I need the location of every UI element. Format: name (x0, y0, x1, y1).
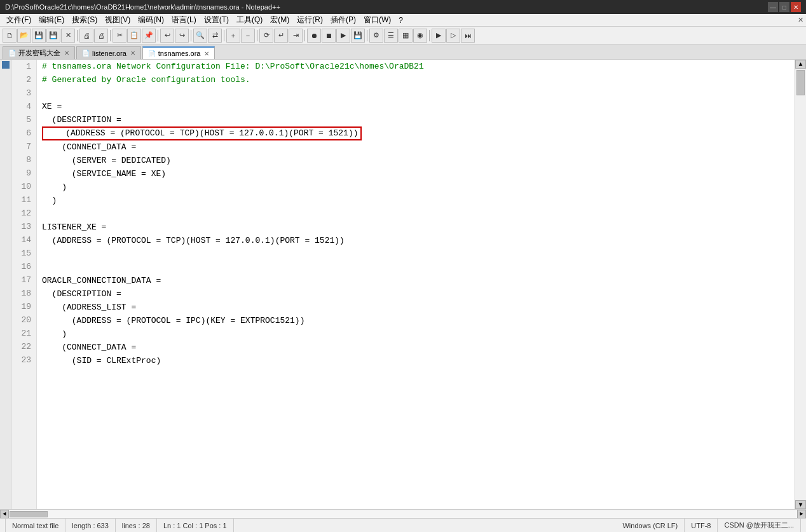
toolbar-indent[interactable]: ⇥ (289, 29, 303, 43)
status-position: Ln : 1 Col : 1 Pos : 1 (157, 519, 234, 532)
line-num-11: 11 (17, 193, 31, 207)
toolbar-run-3[interactable]: ⏭ (461, 29, 475, 43)
toolbar-macro-record[interactable]: ⏺ (307, 29, 321, 43)
right-scrollbar[interactable]: ▲ ▼ (795, 60, 806, 509)
toolbar-new[interactable]: 🗋 (3, 29, 17, 43)
toolbar-print[interactable]: 🖨 (79, 29, 93, 43)
toolbar-run-1[interactable]: ▶ (432, 29, 446, 43)
menu-edit[interactable]: 编辑(E) (35, 14, 68, 26)
line-num-21: 21 (17, 327, 31, 340)
toolbar-extra-3[interactable]: ▦ (399, 29, 413, 43)
menu-window[interactable]: 窗口(W) (360, 14, 395, 26)
line-num-4: 4 (17, 100, 31, 113)
toolbar-separator-4 (191, 30, 191, 41)
toolbar-zoom-out[interactable]: − (241, 29, 255, 43)
toolbar-extra-4[interactable]: ◉ (413, 29, 427, 43)
tab-close-listener[interactable]: ✕ (130, 50, 135, 57)
line-num-17: 17 (17, 273, 31, 287)
status-extra: CSDN @放开我王二... (718, 519, 801, 532)
toolbar-extra-2[interactable]: ☰ (384, 29, 398, 43)
toolbar-extra-1[interactable]: ⚙ (369, 29, 383, 43)
line-num-22: 22 (17, 340, 31, 353)
code-line-20: (ADDRESS = (PROTOCOL = IPC)(KEY = EXTPRO… (42, 314, 789, 327)
toolbar-save[interactable]: 💾 (32, 29, 46, 43)
scroll-left-btn[interactable]: ◄ (0, 510, 9, 519)
side-indicator: ✕ (798, 16, 803, 24)
menu-bar: 文件(F) 编辑(E) 搜索(S) 视图(V) 编码(N) 语言(L) 设置(T… (0, 14, 806, 27)
toolbar-close[interactable]: ✕ (61, 29, 75, 43)
toolbar-run-2[interactable]: ▷ (446, 29, 460, 43)
code-line-7: (CONNECT_DATA = (42, 140, 789, 154)
status-encoding: UTF-8 (685, 519, 718, 532)
toolbar-open[interactable]: 📂 (17, 29, 31, 43)
code-line-5: (DESCRIPTION = (42, 113, 789, 126)
tab-icon-listener: 📄 (82, 50, 90, 57)
editor-area: 1234567891011121314151617181920212223 # … (0, 60, 806, 509)
close-button[interactable]: ✕ (791, 2, 801, 12)
h-scroll-track[interactable] (9, 510, 797, 518)
menu-encode[interactable]: 编码(N) (134, 14, 168, 26)
toolbar-wrap[interactable]: ↵ (274, 29, 288, 43)
menu-run[interactable]: 运行(R) (293, 14, 327, 26)
toolbar-save-all[interactable]: 💾 (46, 29, 60, 43)
scroll-thumb[interactable] (796, 70, 805, 95)
tab-close-mima[interactable]: ✕ (64, 50, 69, 57)
menu-plugins[interactable]: 插件(P) (327, 14, 360, 26)
line-num-2: 2 (17, 73, 31, 86)
scroll-up-btn[interactable]: ▲ (795, 60, 806, 69)
line-num-18: 18 (17, 287, 31, 300)
menu-help[interactable]: ? (395, 15, 407, 25)
toolbar-macro-stop[interactable]: ⏹ (322, 29, 336, 43)
h-scroll-thumb[interactable] (10, 511, 48, 517)
menu-search[interactable]: 搜索(S) (68, 14, 101, 26)
line-num-1: 1 (17, 60, 31, 73)
code-line-2: # Generated by Oracle configuration tool… (42, 73, 789, 86)
status-line-endings: Windows (CR LF) (616, 519, 685, 532)
toolbar-macro-play[interactable]: ▶ (336, 29, 350, 43)
tab-icon-tnsnames: 📄 (148, 50, 156, 57)
line-num-8: 8 (17, 153, 31, 167)
toolbar-macro-save[interactable]: 💾 (351, 29, 365, 43)
menu-settings[interactable]: 设置(T) (200, 14, 233, 26)
line-numbers: 1234567891011121314151617181920212223 (11, 60, 37, 509)
code-line-4: XE = (42, 100, 789, 113)
status-bar: Normal text file length : 633 lines : 28… (0, 518, 806, 532)
menu-tools[interactable]: 工具(Q) (233, 14, 266, 26)
code-line-3 (42, 86, 789, 100)
tab-listener[interactable]: 📄 listener.ora ✕ (76, 46, 141, 59)
toolbar-find[interactable]: 🔍 (193, 29, 207, 43)
menu-language[interactable]: 语言(L) (168, 14, 200, 26)
toolbar-redo[interactable]: ↪ (175, 29, 189, 43)
toolbar-separator-2 (110, 30, 111, 41)
toolbar-replace[interactable]: ⇄ (208, 29, 222, 43)
line-num-3: 3 (17, 86, 31, 100)
code-line-1: # tnsnames.ora Network Configuration Fil… (42, 60, 789, 73)
toolbar-undo[interactable]: ↩ (160, 29, 174, 43)
tab-mima[interactable]: 📄 开发密码大全 ✕ (3, 46, 75, 59)
menu-file[interactable]: 文件(F) (3, 14, 35, 26)
line-num-7: 7 (17, 140, 31, 153)
toolbar-paste[interactable]: 📌 (142, 29, 156, 43)
tab-tnsnames[interactable]: 📄 tnsnames.ora ✕ (142, 46, 215, 59)
code-line-14: (ADDRESS = (PROTOCOL = TCP)(HOST = 127.0… (42, 234, 789, 247)
toolbar-copy[interactable]: 📋 (127, 29, 141, 43)
status-filetype: Normal text file (5, 519, 65, 532)
tab-close-tnsnames[interactable]: ✕ (204, 50, 209, 57)
toolbar-print-now[interactable]: 🖨 (94, 29, 108, 43)
line-num-6: 6 (17, 126, 31, 140)
minimize-button[interactable]: — (768, 2, 778, 12)
menu-macro[interactable]: 宏(M) (266, 14, 293, 26)
toolbar-zoom-in[interactable]: + (226, 29, 240, 43)
window-controls: — □ ✕ (768, 2, 801, 12)
scroll-down-btn[interactable]: ▼ (795, 500, 806, 509)
scroll-track[interactable] (795, 69, 806, 500)
toolbar-sync[interactable]: ⟳ (259, 29, 273, 43)
toolbar-cut[interactable]: ✂ (113, 29, 126, 43)
maximize-button[interactable]: □ (779, 2, 789, 12)
status-length: length : 633 (65, 519, 116, 532)
scroll-right-btn[interactable]: ► (797, 510, 806, 519)
tab-label-mima: 开发密码大全 (18, 48, 60, 58)
menu-view[interactable]: 视图(V) (101, 14, 134, 26)
horizontal-scrollbar[interactable]: ◄ ► (0, 509, 806, 518)
code-content[interactable]: # tnsnames.ora Network Configuration Fil… (37, 60, 795, 509)
